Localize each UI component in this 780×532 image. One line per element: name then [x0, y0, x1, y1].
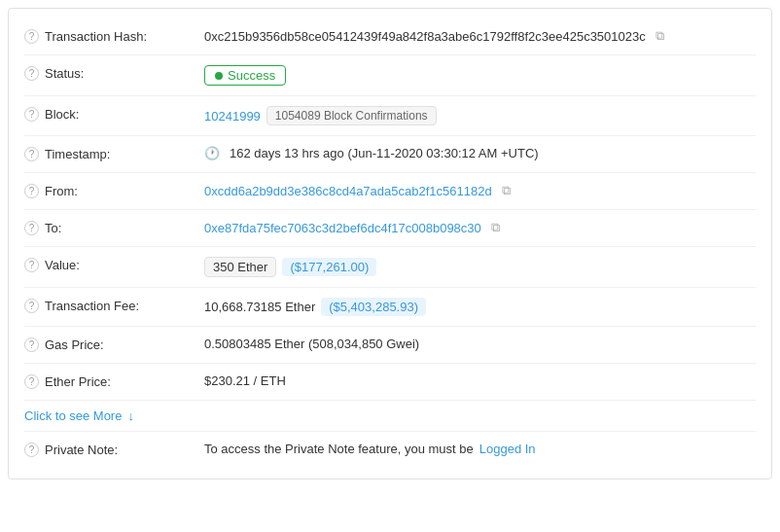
to-label: ? To:	[24, 220, 204, 235]
gas-price-row: ? Gas Price: 0.50803485 Ether (508,034,8…	[24, 327, 756, 364]
block-number-link[interactable]: 10241999	[204, 109, 261, 124]
block-confirmations-badge: 1054089 Block Confirmations	[266, 106, 437, 125]
from-row: ? From: 0xcdd6a2b9dd3e386c8cd4a7ada5cab2…	[24, 173, 756, 210]
help-icon-hash[interactable]: ?	[24, 29, 39, 44]
fee-ether: 10,668.73185 Ether	[204, 300, 315, 314]
to-row: ? To: 0xe87fda75fec7063c3d2bef6dc4f17c00…	[24, 210, 756, 247]
help-icon-gas[interactable]: ?	[24, 337, 39, 352]
help-icon-status[interactable]: ?	[24, 66, 39, 81]
help-icon-fee[interactable]: ?	[24, 299, 39, 313]
status-row: ? Status: Success	[24, 55, 756, 96]
clock-icon: 🕐	[204, 146, 220, 160]
value-row: ? Value: 350 Ether ($177,261.00)	[24, 247, 756, 288]
from-label: ? From:	[24, 183, 204, 198]
help-icon-timestamp[interactable]: ?	[24, 147, 39, 161]
help-icon-from[interactable]: ?	[24, 184, 39, 198]
status-label: ? Status:	[24, 65, 204, 81]
gas-price-text: 0.50803485 Ether (508,034,850 Gwei)	[204, 337, 419, 351]
help-icon-ether-price[interactable]: ?	[24, 374, 39, 389]
block-row: ? Block: 10241999 1054089 Block Confirma…	[24, 96, 756, 136]
fee-value: 10,668.73185 Ether ($5,403,285.93)	[204, 298, 756, 316]
transaction-hash-row: ? Transaction Hash: 0xc215b9356db58ce054…	[24, 18, 756, 55]
from-value: 0xcdd6a2b9dd3e386c8cd4a7ada5cab2f1c56118…	[204, 183, 756, 198]
copy-from-icon[interactable]: ⧉	[502, 183, 511, 198]
copy-to-icon[interactable]: ⧉	[491, 220, 500, 235]
private-note-row: ? Private Note: To access the Private No…	[24, 432, 756, 469]
fee-usd-badge: ($5,403,285.93)	[321, 298, 426, 316]
timestamp-value: 🕐 162 days 13 hrs ago (Jun-11-2020 03:30…	[204, 146, 756, 160]
to-value: 0xe87fda75fec7063c3d2bef6dc4f17c008b098c…	[204, 220, 756, 235]
block-value: 10241999 1054089 Block Confirmations	[204, 106, 756, 125]
help-icon-value[interactable]: ?	[24, 258, 39, 272]
private-note-text: To access the Private Note feature, you …	[204, 442, 474, 456]
status-value: Success	[204, 65, 756, 86]
ether-value-badge: 350 Ether	[204, 257, 276, 277]
block-label: ? Block:	[24, 106, 204, 122]
private-note-value: To access the Private Note feature, you …	[204, 442, 756, 456]
status-badge: Success	[204, 65, 286, 86]
transaction-hash-value: 0xc215b9356db58ce05412439f49a842f8a3abe6…	[204, 28, 756, 44]
copy-hash-icon[interactable]: ⧉	[656, 28, 664, 44]
ether-price-text: $230.21 / ETH	[204, 373, 286, 388]
timestamp-row: ? Timestamp: 🕐 162 days 13 hrs ago (Jun-…	[24, 136, 756, 173]
fee-label: ? Transaction Fee:	[24, 298, 204, 313]
ether-price-label: ? Ether Price:	[24, 373, 204, 389]
help-icon-block[interactable]: ?	[24, 107, 39, 122]
from-address-link[interactable]: 0xcdd6a2b9dd3e386c8cd4a7ada5cab2f1c56118…	[204, 184, 492, 198]
fee-row: ? Transaction Fee: 10,668.73185 Ether ($…	[24, 288, 756, 327]
to-address-link[interactable]: 0xe87fda75fec7063c3d2bef6dc4f17c008b098c…	[204, 221, 481, 235]
timestamp-label: ? Timestamp:	[24, 146, 204, 161]
success-dot	[215, 72, 223, 80]
gas-price-label: ? Gas Price:	[24, 337, 204, 352]
gas-price-value: 0.50803485 Ether (508,034,850 Gwei)	[204, 337, 756, 351]
click-to-see-more[interactable]: Click to see More ↓	[24, 401, 756, 432]
usd-value-badge: ($177,261.00)	[282, 258, 376, 276]
ether-price-row: ? Ether Price: $230.21 / ETH	[24, 364, 756, 401]
transaction-hash-label: ? Transaction Hash:	[24, 28, 204, 44]
help-icon-to[interactable]: ?	[24, 221, 39, 235]
value-label: ? Value:	[24, 257, 204, 272]
login-link[interactable]: Logged In	[479, 442, 536, 456]
private-note-label: ? Private Note:	[24, 442, 204, 457]
help-icon-private-note[interactable]: ?	[24, 443, 39, 457]
hash-text: 0xc215b9356db58ce05412439f49a842f8a3abe6…	[204, 29, 646, 44]
chevron-down-icon: ↓	[127, 408, 134, 423]
value-value: 350 Ether ($177,261.00)	[204, 257, 756, 277]
click-more-label: Click to see More	[24, 408, 122, 423]
ether-price-value: $230.21 / ETH	[204, 373, 756, 388]
